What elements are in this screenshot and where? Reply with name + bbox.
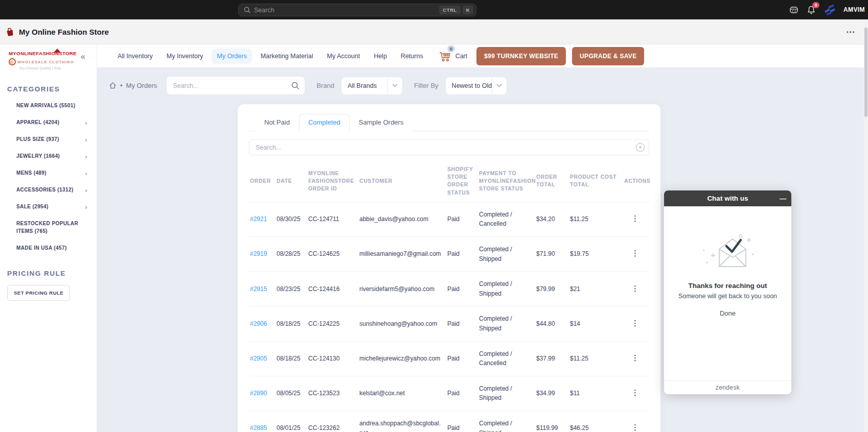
row-actions-kebab-icon[interactable]: ⋮ bbox=[631, 249, 639, 257]
row-actions-kebab-icon[interactable]: ⋮ bbox=[631, 284, 639, 292]
order-number-link[interactable]: #2906 bbox=[250, 320, 267, 327]
assistant-robot-icon[interactable] bbox=[789, 5, 799, 15]
payment-status: Completed / Cancelled bbox=[478, 202, 535, 236]
col-customer: CUSTOMER bbox=[358, 161, 446, 202]
sidebar-category[interactable]: RESTOCKED POPULAR ITEMS (765) bbox=[0, 215, 97, 239]
filter-row: • My Orders Brand All Brands Filter By N… bbox=[97, 67, 868, 95]
row-actions-kebab-icon[interactable]: ⋮ bbox=[631, 319, 639, 327]
chevron-right-icon: › bbox=[85, 135, 87, 145]
order-number-link[interactable]: #2915 bbox=[250, 285, 267, 293]
nav-item[interactable]: Help bbox=[369, 49, 392, 64]
breadcrumb-current: My Orders bbox=[126, 82, 157, 89]
upgrade-save-button[interactable]: UPGRADE & SAVE bbox=[572, 47, 644, 65]
order-number-link[interactable]: #2905 bbox=[250, 355, 267, 362]
orders-filter-search-input[interactable] bbox=[167, 77, 305, 94]
product-cost-total: $21 bbox=[569, 272, 623, 306]
home-icon[interactable] bbox=[109, 82, 117, 89]
col-date: DATE bbox=[276, 161, 307, 202]
orders-filter-search[interactable] bbox=[166, 76, 305, 95]
brand-select[interactable]: All Brands bbox=[341, 77, 403, 95]
shopify-order-status: Paid bbox=[446, 411, 478, 432]
account-name[interactable]: AMVIM bbox=[843, 6, 865, 13]
orders-tab[interactable]: Not Paid bbox=[255, 114, 299, 131]
order-row: #2906 08/18/25 CC-124225 sunshinehoang@y… bbox=[249, 306, 649, 341]
sidebar-category[interactable]: MADE IN USA (457) bbox=[0, 239, 97, 256]
scrollbar-thumb[interactable] bbox=[864, 28, 867, 117]
row-actions-kebab-icon[interactable]: ⋮ bbox=[631, 214, 639, 222]
header-overflow-menu[interactable]: ⋯ bbox=[846, 28, 860, 36]
row-actions-kebab-icon[interactable]: ⋮ bbox=[631, 423, 639, 431]
sidebar-category[interactable]: NEW ARRIVALS (5501) bbox=[0, 97, 97, 114]
store-bag-icon bbox=[4, 26, 15, 37]
nav-item[interactable]: My Account bbox=[322, 49, 366, 64]
payment-status: Completed / Shipped bbox=[478, 411, 535, 432]
customer-email: riversidefarm5@yahoo.com bbox=[358, 272, 446, 306]
sidebar-category[interactable]: APPAREL (4204) › bbox=[0, 114, 97, 131]
ctrl-keycap: CTRL bbox=[439, 6, 460, 14]
orders-table-search[interactable]: ✕ bbox=[249, 139, 649, 155]
chat-title: Chat with us bbox=[707, 195, 748, 202]
nav-item[interactable]: Returns bbox=[396, 49, 428, 64]
shopify-order-status: Paid bbox=[446, 376, 478, 411]
order-total: $44.80 bbox=[535, 306, 569, 341]
chevron-right-icon: › bbox=[85, 202, 87, 212]
row-actions-kebab-icon[interactable]: ⋮ bbox=[631, 389, 639, 396]
envelope-check-illustration bbox=[696, 233, 760, 274]
store-logo-tagline: You Choose Quality | Size bbox=[19, 66, 92, 70]
customer-email: andrea.shoppach@sbcglobal.net bbox=[358, 411, 446, 432]
chat-header[interactable]: Chat with us — bbox=[664, 190, 791, 206]
clear-search-icon[interactable]: ✕ bbox=[636, 143, 645, 152]
product-cost-total: $11.25 bbox=[569, 202, 623, 236]
category-label: JEWELRY (1664) bbox=[16, 153, 60, 159]
nav-item[interactable]: My Orders bbox=[212, 49, 252, 64]
payment-status: Completed / Shipped bbox=[478, 376, 535, 411]
nav-item[interactable]: My Inventory bbox=[162, 49, 209, 64]
order-number-link[interactable]: #2885 bbox=[250, 424, 267, 431]
category-label: MENS (489) bbox=[16, 170, 47, 176]
chat-done-button[interactable]: Done bbox=[720, 309, 736, 317]
store-logo-title: MYONLINEFASHIONSTORE bbox=[9, 51, 92, 56]
chat-confirmation-subtext: Someone will get back to you soon bbox=[678, 293, 777, 300]
order-total: $79.99 bbox=[535, 272, 569, 306]
sidebar-category[interactable]: ACCESSORIES (1312) › bbox=[0, 181, 97, 198]
col-order-total: ORDER TOTAL bbox=[535, 161, 569, 202]
global-search[interactable]: Search CTRL K bbox=[238, 4, 476, 16]
col-store-order-id: MYONLINE FASHIONSTORE ORDER ID bbox=[307, 161, 358, 202]
notifications-bell-icon[interactable]: 9 bbox=[807, 5, 816, 15]
order-number-link[interactable]: #2890 bbox=[250, 390, 267, 397]
product-cost-total: $14 bbox=[569, 306, 623, 341]
row-actions-kebab-icon[interactable]: ⋮ bbox=[631, 354, 639, 362]
nav-item[interactable]: Marketing Material bbox=[256, 49, 318, 64]
nav-item[interactable]: All Inventory bbox=[112, 49, 158, 64]
pricing-rule-heading: PRICING RULE bbox=[7, 270, 97, 277]
categories-heading: CATEGORIES bbox=[7, 85, 97, 93]
orders-tab[interactable]: Completed bbox=[299, 114, 350, 131]
app-header: My Online Fashion Store ⋯ bbox=[0, 19, 868, 44]
turnkey-website-button[interactable]: $99 TURNKEY WEBSITE bbox=[476, 47, 566, 65]
sidebar-category[interactable]: JEWELRY (1664) › bbox=[0, 148, 97, 164]
category-label: PLUS SIZE (937) bbox=[16, 136, 59, 142]
shopify-order-status: Paid bbox=[446, 272, 478, 306]
sidebar-category[interactable]: PLUS SIZE (937) › bbox=[0, 131, 97, 148]
orders-tab[interactable]: Sample Orders bbox=[350, 114, 413, 131]
notification-count-badge: 9 bbox=[812, 2, 819, 9]
order-number-link[interactable]: #2921 bbox=[250, 215, 267, 223]
orders-table-search-input[interactable] bbox=[249, 139, 649, 155]
chat-minimize-icon[interactable]: — bbox=[780, 190, 786, 206]
sort-order-select[interactable]: Newest to Oldest bbox=[445, 77, 507, 95]
sidebar-category[interactable]: SALE (2954) › bbox=[0, 198, 97, 215]
orders-tabs: Not PaidCompletedSample Orders bbox=[249, 113, 649, 131]
chat-body: Thanks for reaching out Someone will get… bbox=[664, 206, 791, 380]
shopify-order-status: Paid bbox=[446, 306, 478, 341]
order-date: 08/18/25 bbox=[276, 306, 307, 341]
cart-button[interactable]: 0 Cart bbox=[439, 50, 468, 62]
zendesk-brand-link[interactable]: zendesk bbox=[664, 380, 791, 394]
set-pricing-rule-button[interactable]: SET PRICING RULE bbox=[7, 285, 70, 301]
chat-confirmation-heading: Thanks for reaching out bbox=[689, 282, 767, 290]
order-row: #2885 08/01/25 CC-123262 andrea.shoppach… bbox=[249, 411, 649, 432]
sidebar-category[interactable]: MENS (489) › bbox=[0, 164, 97, 181]
category-label: ACCESSORIES (1312) bbox=[16, 187, 74, 193]
order-number-link[interactable]: #2919 bbox=[250, 250, 267, 257]
sidebar-collapse-button[interactable]: « bbox=[81, 52, 84, 62]
order-date: 08/28/25 bbox=[276, 237, 307, 272]
